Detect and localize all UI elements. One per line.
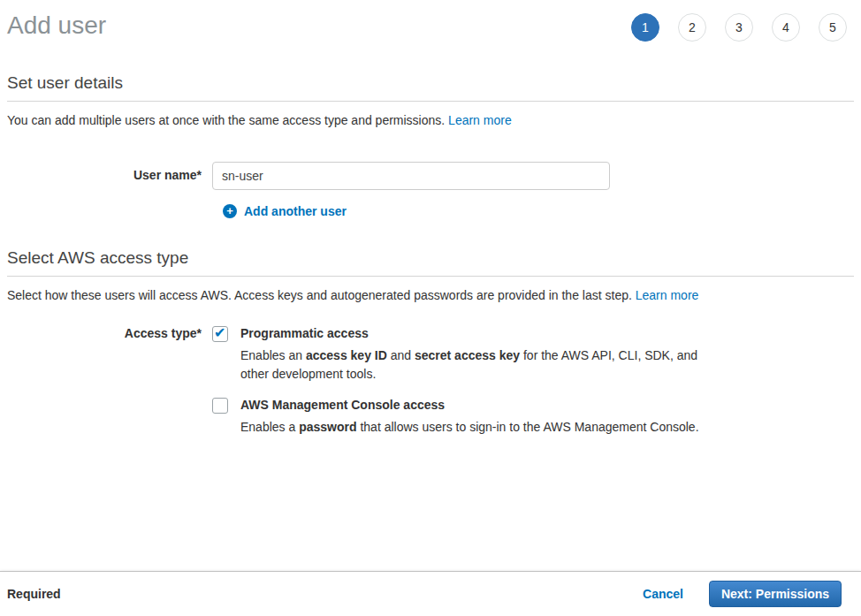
wizard-step-2[interactable]: 2 bbox=[678, 13, 706, 42]
section-divider bbox=[7, 276, 854, 277]
access-type-label: Access type* bbox=[7, 326, 212, 340]
desc-bold: secret access key bbox=[415, 348, 520, 362]
programmatic-access-option: ✔ Programmatic access Enables an access … bbox=[212, 326, 711, 384]
plus-circle-icon: + bbox=[223, 204, 237, 218]
required-label: Required bbox=[7, 587, 61, 601]
desc-text: and bbox=[387, 348, 415, 362]
user-name-row: User name* bbox=[7, 162, 854, 190]
wizard-steps: 1 2 3 4 5 bbox=[631, 11, 847, 42]
access-type-row: Access type* ✔ Programmatic access Enabl… bbox=[7, 326, 854, 437]
wizard-footer: Required Cancel Next: Permissions bbox=[0, 571, 861, 616]
console-access-checkbox[interactable]: ✔ bbox=[212, 398, 228, 414]
cancel-button[interactable]: Cancel bbox=[643, 587, 683, 601]
access-type-intro: Select how these users will access AWS. … bbox=[7, 287, 854, 305]
footer-actions: Cancel Next: Permissions bbox=[643, 581, 842, 607]
access-type-options: ✔ Programmatic access Enables an access … bbox=[212, 326, 711, 437]
programmatic-access-title[interactable]: Programmatic access bbox=[240, 326, 711, 340]
select-access-type-heading: Select AWS access type bbox=[7, 248, 854, 268]
console-access-title[interactable]: AWS Management Console access bbox=[240, 398, 699, 412]
set-user-details-heading: Set user details bbox=[7, 73, 854, 93]
page-title: Add user bbox=[7, 11, 106, 41]
console-access-body: AWS Management Console access Enables a … bbox=[240, 398, 699, 437]
learn-more-link-access-type[interactable]: Learn more bbox=[636, 288, 699, 302]
wizard-step-4[interactable]: 4 bbox=[772, 13, 800, 42]
desc-text: that allows users to sign-in to the AWS … bbox=[357, 420, 699, 434]
console-access-desc: Enables a password that allows users to … bbox=[240, 418, 699, 437]
desc-text: Enables a bbox=[240, 420, 299, 434]
section-divider bbox=[7, 101, 854, 102]
wizard-step-5[interactable]: 5 bbox=[819, 13, 847, 42]
wizard-step-1[interactable]: 1 bbox=[631, 13, 659, 42]
user-details-intro-text: You can add multiple users at once with … bbox=[7, 113, 448, 127]
desc-bold: access key ID bbox=[306, 348, 387, 362]
add-another-user-button[interactable]: +Add another user bbox=[223, 204, 347, 218]
learn-more-link-user-details[interactable]: Learn more bbox=[448, 113, 512, 127]
programmatic-access-checkbox[interactable]: ✔ bbox=[212, 326, 228, 342]
programmatic-access-body: Programmatic access Enables an access ke… bbox=[240, 326, 711, 384]
user-details-intro: You can add multiple users at once with … bbox=[7, 112, 854, 130]
next-permissions-button[interactable]: Next: Permissions bbox=[709, 581, 842, 607]
user-name-input[interactable] bbox=[212, 162, 610, 190]
console-access-option: ✔ AWS Management Console access Enables … bbox=[212, 398, 711, 437]
user-name-label: User name* bbox=[7, 162, 212, 182]
desc-text: Enables an bbox=[240, 348, 306, 362]
access-type-intro-text: Select how these users will access AWS. … bbox=[7, 288, 636, 302]
wizard-step-3[interactable]: 3 bbox=[725, 13, 753, 42]
page-header: Add user 1 2 3 4 5 bbox=[0, 0, 861, 42]
add-another-user-row: +Add another user bbox=[223, 203, 854, 218]
programmatic-access-desc: Enables an access key ID and secret acce… bbox=[240, 346, 711, 384]
check-icon: ✔ bbox=[214, 324, 225, 341]
desc-bold: password bbox=[299, 420, 356, 434]
add-another-user-label: Add another user bbox=[244, 204, 347, 218]
